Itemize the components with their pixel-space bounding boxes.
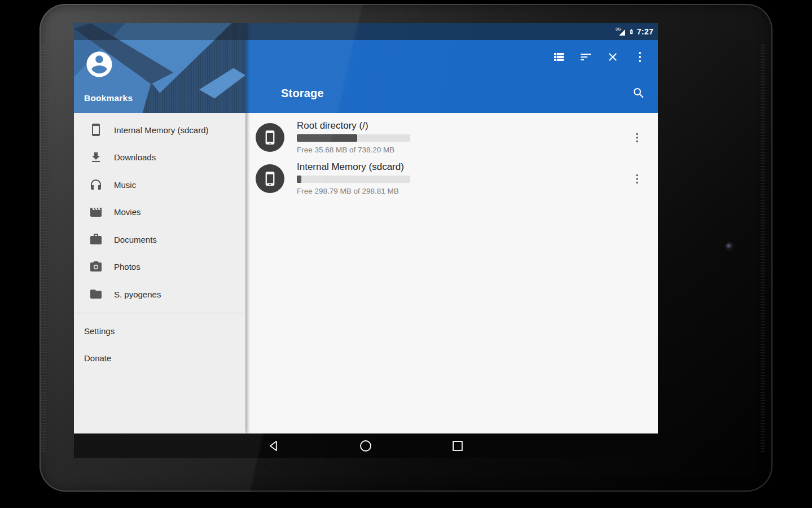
- overflow-menu-icon[interactable]: [633, 50, 647, 64]
- usage-progress-fill: [297, 134, 357, 142]
- account-circle-icon[interactable]: [84, 49, 115, 80]
- status-bar-scrim: [74, 23, 245, 40]
- left-edge-grille: [41, 43, 46, 452]
- sidebar-item-s-pyogenes[interactable]: S. pyogenes: [74, 281, 245, 308]
- stage: 3G 7:27: [0, 0, 812, 508]
- smartphone-icon: [256, 164, 284, 193]
- android-navbar: [74, 433, 658, 458]
- overflow-menu-icon[interactable]: [630, 131, 644, 144]
- sidebar-item-label: Movies: [114, 207, 141, 217]
- home-icon[interactable]: [358, 439, 373, 453]
- sidebar-item-label: Internal Memory (sdcard): [114, 125, 209, 135]
- sidebar-item-label: Photos: [114, 262, 141, 271]
- free-space-label: Free 35.68 MB of 738.20 MB: [297, 146, 394, 154]
- sidebar-item-settings[interactable]: Settings: [74, 318, 245, 345]
- toolbar-actions: [552, 50, 647, 64]
- drawer-list: Internal Memory (sdcard) Downloads Music…: [74, 113, 245, 308]
- battery-charging-icon: [629, 27, 634, 36]
- storage-row-root[interactable]: Root directory (/) Free 35.68 MB of 738.…: [245, 115, 658, 156]
- search-icon[interactable]: [632, 86, 646, 100]
- download-icon: [89, 151, 103, 164]
- view-list-icon[interactable]: [552, 50, 565, 64]
- briefcase-icon: [89, 233, 103, 246]
- drawer-footer: Settings Donate: [74, 313, 245, 372]
- sidebar-item-movies[interactable]: Movies: [74, 199, 245, 226]
- clock: 7:27: [637, 27, 653, 36]
- smartphone-icon: [89, 123, 103, 137]
- signal-icon: 3G: [616, 27, 626, 37]
- free-space-label: Free 298.79 MB of 298.81 MB: [297, 187, 399, 195]
- storage-row-internal-memory[interactable]: Internal Memory (sdcard) Free 298.79 MB …: [245, 156, 658, 197]
- front-camera-right: [726, 243, 732, 249]
- tablet-screen: 3G 7:27: [74, 23, 658, 458]
- storage-name: Root directory (/): [297, 120, 368, 132]
- back-icon[interactable]: [267, 439, 282, 453]
- overflow-menu-icon[interactable]: [630, 172, 644, 186]
- close-icon[interactable]: [606, 50, 620, 64]
- sidebar-item-photos[interactable]: Photos: [74, 253, 245, 281]
- storage-list: Root directory (/) Free 35.68 MB of 738.…: [245, 113, 658, 433]
- sidebar-item-downloads[interactable]: Downloads: [74, 144, 245, 172]
- sidebar-item-label: S. pyogenes: [114, 290, 161, 299]
- sidebar-item-documents[interactable]: Documents: [74, 226, 245, 253]
- movie-icon: [89, 205, 103, 219]
- camera-icon: [89, 260, 103, 274]
- status-bar: 3G 7:27: [245, 23, 658, 40]
- app-toolbar: Storage: [245, 40, 658, 113]
- page-title: Storage: [281, 87, 324, 100]
- usage-progress-fill: [297, 176, 301, 183]
- drawer-title: Bookmarks: [84, 93, 133, 103]
- sidebar-item-internal-memory[interactable]: Internal Memory (sdcard): [74, 116, 245, 144]
- drawer-header: Bookmarks: [74, 23, 245, 113]
- sidebar-item-label: Music: [114, 180, 136, 190]
- sidebar-item-music[interactable]: Music: [74, 171, 245, 199]
- folder-icon: [89, 287, 103, 301]
- usage-progressbar: [297, 134, 410, 142]
- sidebar-item-label: Downloads: [114, 152, 156, 162]
- recents-icon[interactable]: [450, 439, 465, 453]
- right-edge-grille: [761, 43, 765, 452]
- sort-icon[interactable]: [579, 50, 592, 64]
- usage-progressbar: [297, 176, 410, 183]
- sidebar-item-label: Documents: [114, 235, 157, 244]
- storage-name: Internal Memory (sdcard): [297, 161, 404, 173]
- sidebar-item-donate[interactable]: Donate: [74, 345, 245, 372]
- smartphone-icon: [256, 123, 284, 152]
- headphones-icon: [89, 178, 103, 191]
- navigation-drawer: Bookmarks Internal Memory (sdcard) Downl…: [74, 23, 245, 433]
